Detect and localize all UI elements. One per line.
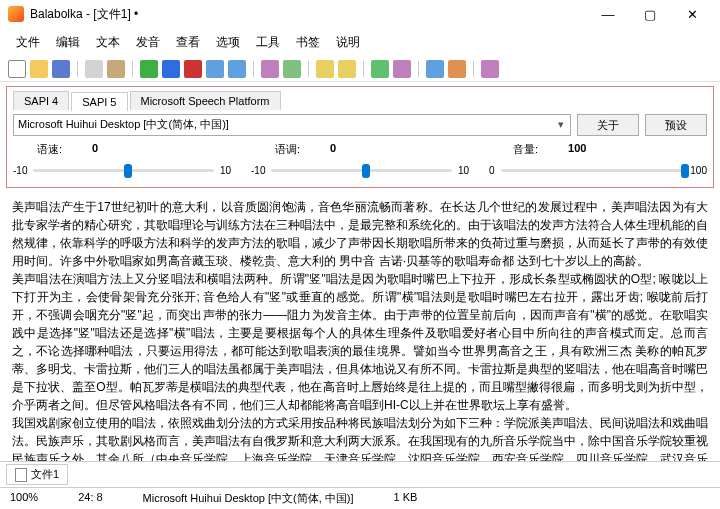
tool6-icon[interactable] [448, 60, 466, 78]
document-icon [15, 468, 27, 482]
paragraph-1: 美声唱法产生于17世纪初叶的意大利，以音质圆润饱满，音色华丽流畅而著称。在长达几… [12, 198, 708, 270]
status-size: 1 KB [393, 491, 417, 506]
status-voice: Microsoft Huihui Desktop [中文(简体, 中国)] [143, 491, 354, 506]
app-icon [8, 6, 24, 22]
stop-icon[interactable] [184, 60, 202, 78]
tab-sapi4[interactable]: SAPI 4 [13, 91, 69, 110]
open-icon[interactable] [30, 60, 48, 78]
tool5-icon[interactable] [426, 60, 444, 78]
about-button[interactable]: 关于 [577, 114, 639, 136]
record-icon[interactable] [261, 60, 279, 78]
menu-speech[interactable]: 发音 [128, 30, 168, 55]
tab-msp[interactable]: Microsoft Speech Platform [130, 91, 281, 110]
pause-icon[interactable] [162, 60, 180, 78]
maximize-button[interactable]: ▢ [630, 2, 670, 26]
pitch-label: 语调: [275, 142, 300, 157]
paragraph-2: 美声唱法在演唱方法上又分竖唱法和横唱法两种。所谓"竖"唱法是因为歌唱时嘴巴上下拉… [12, 270, 708, 414]
preset-button[interactable]: 预设 [645, 114, 707, 136]
tool2-icon[interactable] [338, 60, 356, 78]
menu-edit[interactable]: 编辑 [48, 30, 88, 55]
minimize-button[interactable]: — [588, 2, 628, 26]
menu-bookmarks[interactable]: 书签 [288, 30, 328, 55]
next-icon[interactable] [228, 60, 246, 78]
rate-min: -10 [13, 165, 27, 176]
paragraph-3: 我国戏剧家创立使用的唱法，依照戏曲划分法的方式采用按品种将民族唱法划分为如下三种… [12, 414, 708, 461]
tool3-icon[interactable] [371, 60, 389, 78]
tool7-icon[interactable] [481, 60, 499, 78]
play-icon[interactable] [140, 60, 158, 78]
save-icon[interactable] [52, 60, 70, 78]
text-content[interactable]: 美声唱法产生于17世纪初叶的意大利，以音质圆润饱满，音色华丽流畅而著称。在长达几… [0, 192, 720, 461]
menu-tools[interactable]: 工具 [248, 30, 288, 55]
rate-value: 0 [92, 142, 98, 157]
voice-select[interactable]: Microsoft Huihui Desktop [中文(简体, 中国)] [13, 114, 571, 136]
menu-view[interactable]: 查看 [168, 30, 208, 55]
document-tab[interactable]: 文件1 [6, 464, 68, 485]
pitch-slider[interactable] [271, 161, 451, 179]
menu-file[interactable]: 文件 [8, 30, 48, 55]
volume-min: 0 [489, 165, 495, 176]
rate-slider[interactable] [33, 161, 213, 179]
status-position: 24: 8 [78, 491, 102, 506]
pitch-value: 0 [330, 142, 336, 157]
prev-icon[interactable] [206, 60, 224, 78]
tool4-icon[interactable] [393, 60, 411, 78]
status-zoom: 100% [10, 491, 38, 506]
close-button[interactable]: ✕ [672, 2, 712, 26]
menu-help[interactable]: 说明 [328, 30, 368, 55]
volume-value: 100 [568, 142, 586, 157]
rate-label: 语速: [37, 142, 62, 157]
volume-slider[interactable] [501, 161, 685, 179]
document-tab-label: 文件1 [31, 467, 59, 482]
paste-icon[interactable] [107, 60, 125, 78]
volume-max: 100 [690, 165, 707, 176]
tab-sapi5[interactable]: SAPI 5 [71, 92, 127, 111]
copy-icon[interactable] [85, 60, 103, 78]
menu-text[interactable]: 文本 [88, 30, 128, 55]
menu-options[interactable]: 选项 [208, 30, 248, 55]
rate-max: 10 [220, 165, 231, 176]
pitch-max: 10 [458, 165, 469, 176]
pitch-min: -10 [251, 165, 265, 176]
tool1-icon[interactable] [316, 60, 334, 78]
new-icon[interactable] [8, 60, 26, 78]
volume-label: 音量: [513, 142, 538, 157]
window-title: Balabolka - [文件1] • [30, 6, 588, 23]
sound-icon[interactable] [283, 60, 301, 78]
